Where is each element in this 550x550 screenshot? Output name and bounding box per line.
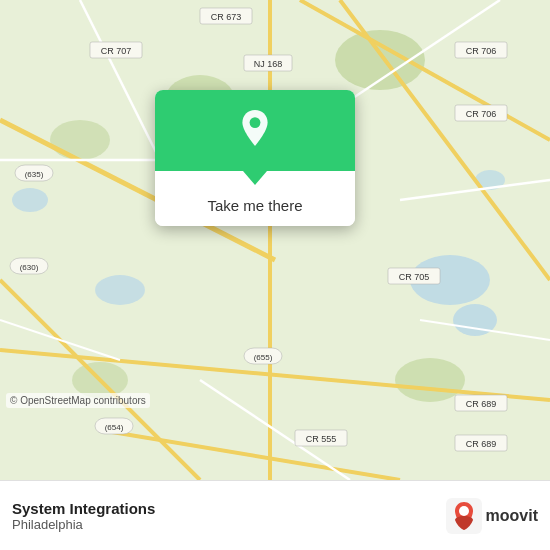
map-copyright: © OpenStreetMap contributors: [6, 393, 150, 408]
place-info: System Integrations Philadelphia: [12, 500, 436, 532]
svg-point-9: [395, 358, 465, 402]
map-view[interactable]: CR 673 CR 707 NJ 168 CR 706 CR 706 (635)…: [0, 0, 550, 480]
location-pin-icon: [237, 110, 273, 146]
svg-text:CR 555: CR 555: [306, 434, 337, 444]
popup-pointer: [243, 171, 267, 185]
svg-point-4: [95, 275, 145, 305]
location-popup: Take me there: [155, 90, 355, 226]
svg-point-3: [12, 188, 48, 212]
svg-text:(655): (655): [254, 353, 273, 362]
moovit-brand-name: moovit: [486, 507, 538, 525]
svg-text:NJ 168: NJ 168: [254, 59, 283, 69]
svg-point-51: [250, 117, 261, 128]
svg-text:(635): (635): [25, 170, 44, 179]
svg-point-8: [50, 120, 110, 160]
map-svg: CR 673 CR 707 NJ 168 CR 706 CR 706 (635)…: [0, 0, 550, 480]
svg-text:(630): (630): [20, 263, 39, 272]
take-me-there-button[interactable]: Take me there: [155, 185, 355, 226]
svg-text:CR 689: CR 689: [466, 439, 497, 449]
svg-text:CR 706: CR 706: [466, 46, 497, 56]
place-name: System Integrations: [12, 500, 436, 517]
popup-header: [155, 90, 355, 171]
svg-text:CR 689: CR 689: [466, 399, 497, 409]
svg-text:CR 707: CR 707: [101, 46, 132, 56]
svg-text:CR 706: CR 706: [466, 109, 497, 119]
place-city: Philadelphia: [12, 517, 436, 532]
moovit-icon: [446, 498, 482, 534]
svg-text:CR 673: CR 673: [211, 12, 242, 22]
moovit-logo: moovit: [446, 498, 538, 534]
svg-text:(654): (654): [105, 423, 124, 432]
svg-point-53: [459, 506, 469, 516]
bottom-bar: System Integrations Philadelphia moovit: [0, 480, 550, 550]
svg-text:CR 705: CR 705: [399, 272, 430, 282]
